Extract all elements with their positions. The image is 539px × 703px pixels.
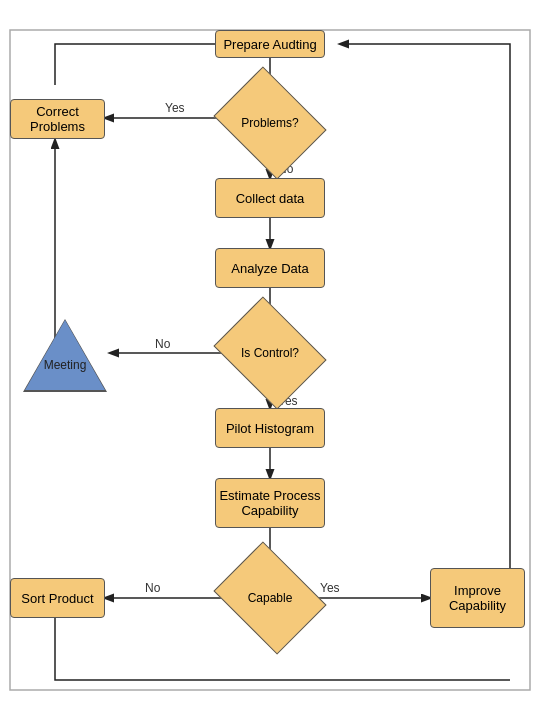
analyze-data-label: Analyze Data	[231, 261, 308, 276]
estimate-process-node: Estimate Process Capability	[215, 478, 325, 528]
pilot-histogram-node: Pilot Histogram	[215, 408, 325, 448]
improve-capability-node: Improve Capability	[430, 568, 525, 628]
correct-problems-node: Correct Problems	[10, 99, 105, 139]
improve-capability-label: Improve Capability	[431, 583, 524, 613]
meeting-triangle: Meeting	[25, 320, 105, 390]
problems-label: Problems?	[241, 116, 298, 130]
yes1-label: Yes	[165, 101, 185, 115]
is-control-diamond: Is Control?	[225, 318, 315, 388]
estimate-process-label: Estimate Process Capability	[216, 488, 324, 518]
collect-data-node: Collect data	[215, 178, 325, 218]
analyze-data-node: Analyze Data	[215, 248, 325, 288]
flowchart-diagram: Yes No No Yes No Yes Prepare Audting Pro…	[0, 0, 539, 703]
sort-product-node: Sort Product	[10, 578, 105, 618]
prepare-audting-label: Prepare Audting	[223, 37, 316, 52]
no2-label: No	[155, 337, 171, 351]
pilot-histogram-label: Pilot Histogram	[226, 421, 314, 436]
yes3-label: Yes	[320, 581, 340, 595]
is-control-label: Is Control?	[241, 346, 299, 360]
capable-diamond: Capable	[225, 563, 315, 633]
collect-data-label: Collect data	[236, 191, 305, 206]
meeting-label: Meeting	[44, 358, 87, 372]
prepare-audting-node: Prepare Audting	[215, 30, 325, 58]
capable-label: Capable	[248, 591, 293, 605]
no3-label: No	[145, 581, 161, 595]
correct-problems-label: Correct Problems	[11, 104, 104, 134]
problems-diamond: Problems?	[225, 88, 315, 158]
sort-product-label: Sort Product	[21, 591, 93, 606]
